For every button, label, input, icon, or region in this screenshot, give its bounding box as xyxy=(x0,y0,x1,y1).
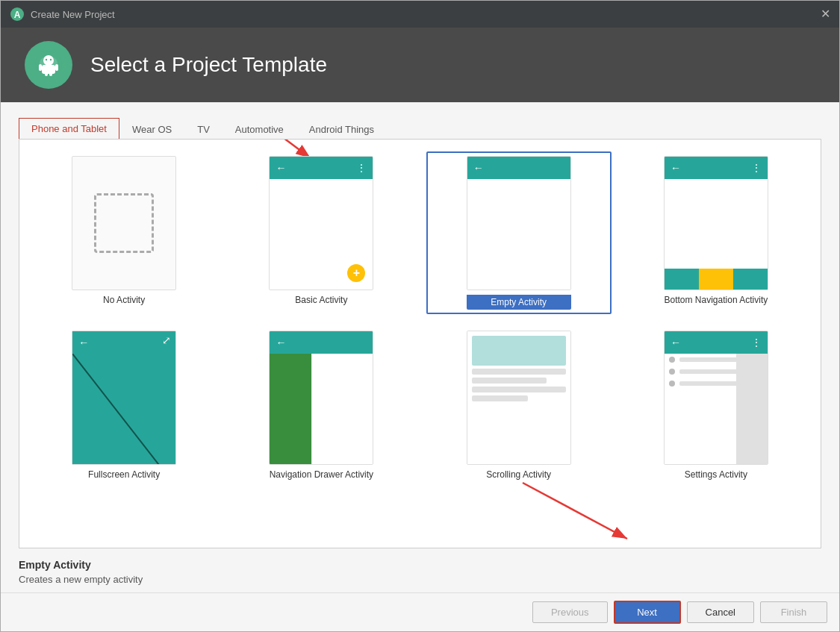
dots-icon-3: ⋮ xyxy=(751,337,762,348)
finish-button[interactable]: Finish xyxy=(760,601,827,623)
bottom-nav-label: Bottom Navigation Activity xyxy=(665,295,768,305)
back-icon-5: ← xyxy=(276,337,286,348)
template-grid-area[interactable]: No Activity ← ⋮ + Basic Activity xyxy=(19,139,821,548)
svg-point-10 xyxy=(46,59,47,60)
template-basic-activity[interactable]: ← ⋮ + Basic Activity xyxy=(228,151,414,314)
svg-rect-7 xyxy=(55,64,58,71)
svg-text:A: A xyxy=(14,10,21,20)
svg-rect-8 xyxy=(45,71,48,76)
svg-point-11 xyxy=(50,59,52,60)
template-grid: No Activity ← ⋮ + Basic Activity xyxy=(31,151,809,484)
android-logo xyxy=(34,50,63,80)
fullscreen-appbar: ← ⤢ xyxy=(72,331,175,354)
header: Select a Project Template xyxy=(1,28,839,102)
scrolling-label: Scrolling Activity xyxy=(486,469,551,480)
fullscreen-thumb: ← ⤢ xyxy=(72,331,176,465)
description-title: Empty Activity xyxy=(19,559,821,571)
basic-activity-label: Basic Activity xyxy=(295,295,347,305)
title-bar-title: Create New Project xyxy=(31,9,115,20)
empty-activity-label: Empty Activity xyxy=(467,295,571,310)
scroll-line-1 xyxy=(472,369,566,375)
svg-rect-6 xyxy=(39,64,42,71)
empty-appbar: ← xyxy=(467,157,570,179)
nav-drawer-content xyxy=(311,354,373,464)
scroll-image xyxy=(472,336,566,366)
nav-drawer-appbar: ← xyxy=(270,331,373,354)
bottom-nav-appbar: ← ⋮ xyxy=(665,157,768,179)
template-fullscreen[interactable]: ← ⤢ Fullscreen Activity xyxy=(31,326,217,484)
no-activity-label: No Activity xyxy=(103,295,145,305)
empty-body xyxy=(467,179,570,290)
previous-button[interactable]: Previous xyxy=(532,601,608,623)
nav-drawer-label: Navigation Drawer Activity xyxy=(270,469,373,480)
svg-point-4 xyxy=(43,55,54,66)
settings-body xyxy=(665,354,768,464)
template-no-activity[interactable]: No Activity xyxy=(31,151,217,314)
scroll-line-3 xyxy=(472,387,566,392)
settings-label: Settings Activity xyxy=(685,469,747,480)
tab-android-things[interactable]: Android Things xyxy=(296,119,387,140)
nav-drawer-panel xyxy=(270,354,311,464)
fullscreen-label: Fullscreen Activity xyxy=(88,469,160,480)
tab-bar: Phone and Tablet Wear OS TV Automotive A… xyxy=(19,117,821,139)
svg-line-14 xyxy=(72,354,175,464)
close-button[interactable]: ✕ xyxy=(821,8,830,20)
back-icon-4: ← xyxy=(78,337,89,348)
svg-rect-9 xyxy=(49,71,52,76)
basic-activity-thumb: ← ⋮ + xyxy=(269,156,373,290)
page-title: Select a Project Template xyxy=(90,53,327,77)
nav-drawer-thumb: ← xyxy=(269,331,373,465)
header-logo xyxy=(25,41,72,89)
content-area: Phone and Tablet Wear OS TV Automotive A… xyxy=(1,102,839,592)
title-bar: A Create New Project ✕ xyxy=(1,1,839,28)
dots-icon-2: ⋮ xyxy=(751,162,762,174)
empty-activity-thumb: ← xyxy=(467,156,571,290)
dashed-placeholder xyxy=(94,193,154,253)
scrolling-thumb xyxy=(467,331,571,465)
fab-icon: + xyxy=(347,264,365,282)
template-bottom-nav[interactable]: ← ⋮ Bottom Navigation Activity xyxy=(623,151,809,314)
tab-automotive[interactable]: Automotive xyxy=(223,119,296,140)
back-icon-2: ← xyxy=(473,162,484,174)
basic-body: + xyxy=(270,179,373,290)
description-area: Empty Activity Creates a new empty activ… xyxy=(19,548,821,592)
diagonal-decoration xyxy=(72,354,175,464)
tab-wear-os[interactable]: Wear OS xyxy=(119,119,184,140)
bottom-nav-body xyxy=(665,179,768,290)
scroll-line-2 xyxy=(472,378,547,384)
back-icon-3: ← xyxy=(671,162,681,174)
back-icon: ← xyxy=(276,162,286,174)
tab-phone-tablet[interactable]: Phone and Tablet xyxy=(19,118,119,140)
fullscreen-body xyxy=(72,354,175,464)
template-settings[interactable]: ← ⋮ xyxy=(623,326,809,484)
template-nav-drawer[interactable]: ← Navigation Drawer Activity xyxy=(228,326,414,484)
settings-thumb: ← ⋮ xyxy=(664,331,768,465)
back-icon-6: ← xyxy=(671,337,681,348)
tab-tv[interactable]: TV xyxy=(184,119,223,140)
fullscreen-icon: ⤢ xyxy=(162,334,171,346)
window: A Create New Project ✕ Select a Project … xyxy=(0,0,840,632)
settings-sidebar xyxy=(736,354,767,464)
template-empty-activity[interactable]: ← Empty Activity xyxy=(426,151,612,314)
app-icon: A xyxy=(10,7,25,22)
basic-appbar: ← ⋮ xyxy=(270,157,373,179)
cancel-button[interactable]: Cancel xyxy=(687,601,754,623)
scroll-line-4 xyxy=(472,395,529,401)
settings-appbar: ← ⋮ xyxy=(665,331,768,354)
dots-icon: ⋮ xyxy=(356,162,367,174)
bottom-nav-bar xyxy=(665,269,768,290)
next-button[interactable]: Next xyxy=(614,601,681,624)
no-activity-thumb xyxy=(72,156,176,290)
scrolling-content xyxy=(467,331,570,464)
bottom-nav-thumb: ← ⋮ xyxy=(664,156,768,290)
nav-drawer-body xyxy=(270,354,373,464)
description-text: Creates a new empty activity xyxy=(19,574,821,585)
button-bar: Previous Next Cancel Finish xyxy=(1,592,839,631)
title-bar-left: A Create New Project xyxy=(10,7,115,22)
template-scrolling[interactable]: Scrolling Activity xyxy=(426,326,612,484)
svg-rect-5 xyxy=(42,65,55,74)
